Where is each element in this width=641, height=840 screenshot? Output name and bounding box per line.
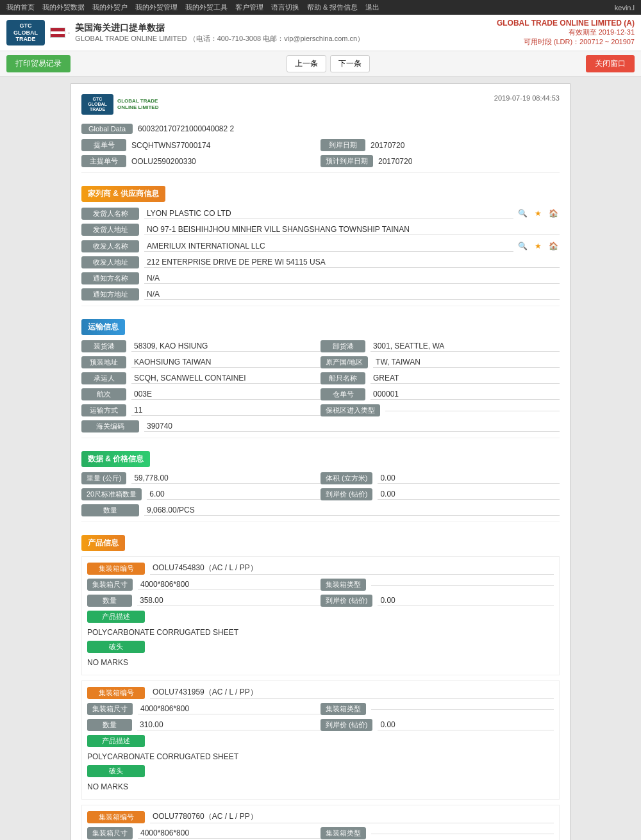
volume-col: 体积 (立方米) 0.00 xyxy=(320,472,560,484)
us-flag xyxy=(50,28,65,38)
voyage-bol-row: 航次 003E 仓单号 000001 xyxy=(81,388,560,400)
doc-logo-subtitle: GLOBAL TRADEONLINE LIMITED xyxy=(117,98,158,111)
p1-desc-header-row: 产品描述 xyxy=(87,611,554,623)
document-content: GTCGLOBALTRADE GLOBAL TRADEONLINE LIMITE… xyxy=(71,83,570,840)
quantity-row: 数量 9,068.00/PCS xyxy=(81,504,560,516)
carrier-label: 承运人 xyxy=(81,372,126,384)
date-col: 到岸日期 20170720 xyxy=(320,139,560,151)
containers-value: 6.00 xyxy=(147,489,320,500)
p1-size-col: 集装箱尺寸 4000*806*800 xyxy=(87,579,320,591)
load-port-col: 装货港 58309, KAO HSIUNG xyxy=(81,340,320,352)
containers-col: 20尺标准箱数量 6.00 xyxy=(81,488,320,500)
header-title-area: 美国海关进口提单数据 GLOBAL TRADE ONLINE LIMITED （… xyxy=(75,22,364,44)
nav-client-mgmt[interactable]: 客户管理 xyxy=(235,3,263,12)
product-section-header: 产品信息 xyxy=(81,535,125,551)
shipper-name-row: 发货人名称 LYON PLASTIC CO LTD 🔍 ★ 🏠 xyxy=(81,207,560,220)
p2-qty-col: 数量 310.00 xyxy=(87,719,320,731)
consignee-home-icon[interactable]: 🏠 xyxy=(547,240,560,252)
consignee-search-icon[interactable]: 🔍 xyxy=(516,240,529,252)
main-content: GTCGLOBALTRADE GLOBAL TRADEONLINE LIMITE… xyxy=(0,77,641,840)
unload-port-value: 3001, SEATTLE, WA xyxy=(370,341,560,352)
p1-size-type-row: 集装箱尺寸 4000*806*800 集装箱类型 xyxy=(87,579,554,591)
logo-image: GTCGLOBALTRADE xyxy=(6,20,45,45)
nav-foreign-tools[interactable]: 我的外贸工具 xyxy=(185,3,228,12)
p1-qty-col: 数量 358.00 xyxy=(87,595,320,607)
shipper-home-icon[interactable]: 🏠 xyxy=(547,207,560,220)
transport-label: 运输方式 xyxy=(81,404,126,416)
doc-logo-image: GTCGLOBALTRADE xyxy=(81,94,113,115)
bill-value: SCQHTWNS77000174 xyxy=(131,141,210,150)
customs-row: 海关编码 390740 xyxy=(81,420,560,432)
p1-qty-value: 358.00 xyxy=(137,595,320,606)
date-value: 20170720 xyxy=(370,141,404,150)
header-subtitle: GLOBAL TRADE ONLINE LIMITED （电话：400-710-… xyxy=(75,34,364,44)
next-button-top[interactable]: 下一条 xyxy=(330,55,370,72)
transport-col: 运输方式 11 xyxy=(81,404,320,416)
p1-size-label: 集装箱尺寸 xyxy=(87,579,133,591)
p1-desc-label: 产品描述 xyxy=(87,611,145,623)
valid-until: 有效期至 2019-12-31 xyxy=(497,28,635,37)
p1-marks-header-row: 破头 xyxy=(87,641,554,653)
p2-size-type-row: 集装箱尺寸 4000*806*800 集装箱类型 xyxy=(87,703,554,715)
nav-foreign-data[interactable]: 我的外贸数据 xyxy=(42,3,85,12)
consignee-addr-row: 收发人地址 212 ENTERPRISE DRIVE DE PERE WI 54… xyxy=(81,256,560,268)
load-port-value: 58309, KAO HSIUNG xyxy=(131,341,320,352)
dest-value: KAOHSIUNG TAIWAN xyxy=(131,357,320,368)
nav-home[interactable]: 我的首页 xyxy=(6,3,35,12)
p1-container-no-value: OOLU7454830（AC / L / PP） xyxy=(150,562,554,575)
nav-foreign-account[interactable]: 我的外贸户 xyxy=(92,3,128,12)
dest-label: 预装地址 xyxy=(81,356,126,368)
customs-value: 390740 xyxy=(144,421,560,432)
subtitle-company: GLOBAL TRADE ONLINE LIMITED xyxy=(75,35,187,42)
est-date-value: 20170720 xyxy=(378,157,412,166)
separator: · xyxy=(68,28,70,37)
carrier-vessel-row: 承运人 SCQH, SCANWELL CONTAINEI 船只名称 GREAT xyxy=(81,372,560,384)
nav-language[interactable]: 语言切换 xyxy=(271,3,299,12)
p2-size-col: 集装箱尺寸 4000*806*800 xyxy=(87,703,320,715)
global-data-label: Global Data xyxy=(81,124,133,134)
port-row: 装货港 58309, KAO HSIUNG 卸货港 3001, SEATTLE,… xyxy=(81,340,560,352)
prev-button-top[interactable]: 上一条 xyxy=(287,55,326,72)
nav-help[interactable]: 帮助 & 报告信息 xyxy=(307,3,358,12)
user-name: kevin.l xyxy=(615,4,635,12)
unload-port-label: 卸货港 xyxy=(320,340,365,352)
p2-marks-header-row: 破头 xyxy=(87,765,554,777)
shipper-name-label: 发货人名称 xyxy=(81,208,139,220)
consignee-name-value: AMERILUX INTERNATIONAL LLC xyxy=(144,241,513,252)
unit-price-value: 0.00 xyxy=(378,489,560,500)
logo-text: GTCGLOBALTRADE xyxy=(13,22,38,43)
shipper-section-header: 家列商 & 供应商信息 xyxy=(81,186,165,202)
doc-header: GTCGLOBALTRADE GLOBAL TRADEONLINE LIMITE… xyxy=(81,94,560,115)
shipper-search-icon[interactable]: 🔍 xyxy=(516,207,529,220)
print-button-top[interactable]: 打印贸易记录 xyxy=(6,55,71,72)
nav-links[interactable]: 我的首页 我的外贸数据 我的外贸户 我的外贸管理 我的外贸工具 客户管理 语言切… xyxy=(6,3,379,12)
consignee-addr-value: 212 ENTERPRISE DRIVE DE PERE WI 54115 US… xyxy=(144,257,560,268)
quantity-label: 数量 xyxy=(81,504,139,516)
p2-type-label: 集装箱类型 xyxy=(320,703,366,715)
nav-foreign-mgmt[interactable]: 我的外贸管理 xyxy=(135,3,178,12)
origin-value: TW, TAIWAN xyxy=(373,357,560,368)
p3-size-type-row: 集装箱尺寸 4000*806*800 集装箱类型 xyxy=(87,827,554,839)
carrier-col: 承运人 SCQH, SCANWELL CONTAINEI xyxy=(81,372,320,384)
global-data-row: Global Data 600320170721000040082 2 xyxy=(81,124,560,134)
master-bill-col: 主提单号 OOLU2590200330 xyxy=(81,155,320,167)
dest-origin-row: 预装地址 KAOHSIUNG TAIWAN 原产国/地区 TW, TAIWAN xyxy=(81,356,560,368)
p1-desc-value: POLYCARBONATE CORRUGATED SHEET xyxy=(87,627,554,641)
header-right: GLOBAL TRADE ONLINE LIMITED (A) 有效期至 201… xyxy=(497,19,635,47)
carrier-value: SCQH, SCANWELL CONTAINEI xyxy=(131,373,320,384)
volume-label: 体积 (立方米) xyxy=(320,472,372,484)
close-button-top[interactable]: 关闭窗口 xyxy=(586,55,635,72)
p2-container-no-label: 集装箱编号 xyxy=(87,687,145,699)
page-header: GTCGLOBALTRADE · 美国海关进口提单数据 GLOBAL TRADE… xyxy=(0,15,641,51)
p1-type-label: 集装箱类型 xyxy=(320,579,366,591)
consignee-star-icon[interactable]: ★ xyxy=(531,240,544,252)
voyage-label: 航次 xyxy=(81,388,126,400)
product-item-1: 集装箱编号 OOLU7454830（AC / L / PP） 集装箱尺寸 400… xyxy=(81,556,560,675)
page-title: 美国海关进口提单数据 xyxy=(75,22,364,34)
p3-size-label: 集装箱尺寸 xyxy=(87,827,133,839)
nav-logout[interactable]: 退出 xyxy=(365,3,379,12)
shipper-star-icon[interactable]: ★ xyxy=(531,207,544,220)
top-toolbar: 打印贸易记录 上一条 下一条 关闭窗口 xyxy=(0,51,641,77)
transport-ftz-row: 运输方式 11 保税区进入类型 xyxy=(81,404,560,416)
master-bill-label: 主提单号 xyxy=(81,155,126,167)
